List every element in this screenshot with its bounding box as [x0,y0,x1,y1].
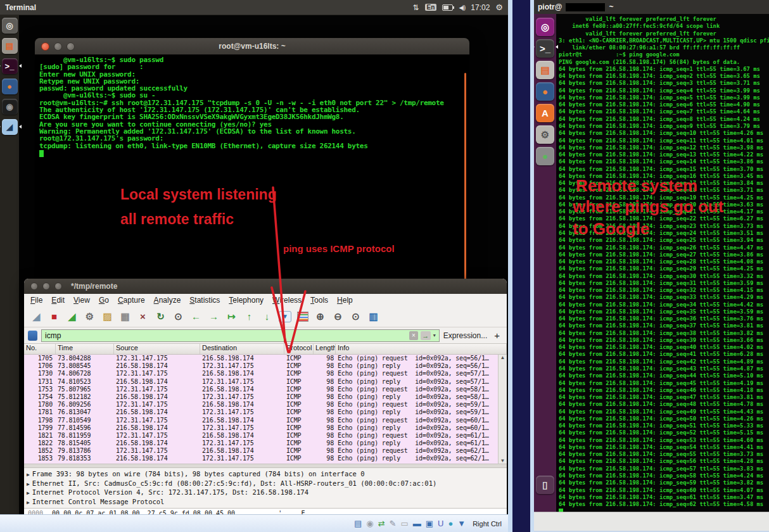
remote-terminal-output[interactable]: valid_lft forever preferred_lft forever … [556,14,769,512]
packet-row[interactable]: 182278.815405216.58.198.174172.31.147.17… [24,440,499,447]
wireshark-titlebar[interactable]: */tmp/remote [24,279,507,294]
menu-go[interactable]: Go [99,296,109,305]
expand-arrow-icon[interactable]: ▶ [27,481,30,487]
open-file-icon[interactable]: ▨ [101,311,113,322]
restart-capture-icon[interactable]: ◢ [66,311,78,322]
guest-additions-icon[interactable]: U [438,519,443,528]
minimize-button[interactable] [42,282,50,290]
zoom-100-icon[interactable]: ⊙ [350,311,362,322]
column-header-length[interactable]: Length [314,344,336,354]
software-updater-icon[interactable]: ● [536,147,554,165]
ubuntu-dash-icon[interactable]: ◎ [2,18,18,34]
hard-disk-icon[interactable]: ▤ [354,519,362,528]
column-header-no[interactable]: No. [24,344,56,354]
column-header-info[interactable]: Info [336,344,507,354]
clear-filter-button[interactable]: × [409,331,418,340]
detail-row[interactable]: ▶Ethernet II, Src: CadmusCo_c5:9c:fd (08… [27,479,507,489]
maximize-button[interactable] [67,42,75,51]
menu-help[interactable]: Help [337,296,353,305]
display-icon[interactable]: ▬ [413,519,421,528]
right-vm-titlebar[interactable]: piotr@ ~ [534,0,769,14]
scroll-up-icon[interactable]: ▲ [500,355,505,360]
reload-file-icon[interactable]: ↻ [155,311,167,322]
packet-row[interactable]: 185379.818353216.58.198.174172.31.147.17… [24,455,499,462]
system-settings-icon[interactable]: ⚙ [536,125,554,144]
packet-row[interactable]: 173174.810523216.58.198.174172.31.147.17… [24,378,499,386]
go-forward-icon[interactable]: → [208,311,220,322]
resize-columns-icon[interactable]: ▥ [367,311,379,322]
packet-row[interactable]: 175375.807965172.31.147.175216.58.198.17… [24,386,499,393]
close-button[interactable] [30,282,38,290]
packet-row[interactable]: 175475.812182216.58.198.174172.31.147.17… [24,393,499,401]
menu-tools[interactable]: Tools [310,296,328,305]
software-center-icon[interactable]: A [536,104,554,122]
terminal-output[interactable]: @vm-u16lts:~$ sudo passwd[sudo] password… [35,54,469,288]
go-first-icon[interactable]: ↑ [243,311,255,322]
colorize-icon[interactable] [297,312,308,322]
column-header-time[interactable]: Time [56,344,114,354]
go-last-icon[interactable]: ↓ [261,311,273,322]
keyboard-indicator[interactable]: En [425,4,437,11]
terminal-icon[interactable]: >_ [536,39,554,58]
packet-row[interactable]: 179977.814596216.58.198.174172.31.147.17… [24,424,499,432]
wireshark-icon[interactable]: ◢ [2,119,18,135]
expand-arrow-icon[interactable]: ▶ [27,472,30,478]
firefox-icon[interactable]: ● [536,82,554,101]
shared-clipboard-icon[interactable]: ● [448,519,453,528]
status-menu-icon[interactable]: ▼ [457,519,466,528]
go-back-icon[interactable]: ← [190,311,202,322]
hex-pane[interactable]: 0000 00 00 0c 07 ac 01 08 00 27 c5 9c fd… [24,508,507,514]
scroll-down-icon[interactable]: ▼ [500,458,505,464]
close-button[interactable] [41,42,49,51]
detail-row[interactable]: ▶Internet Control Message Protocol [27,498,507,507]
go-to-packet-icon[interactable]: ↦ [226,311,238,322]
packet-row[interactable]: 178176.813047216.58.198.174172.31.147.17… [24,408,499,416]
packet-row[interactable]: 185279.813786172.31.147.175216.58.198.17… [24,447,499,455]
pane-splitter[interactable] [24,464,507,468]
zoom-in-icon[interactable]: ⊕ [314,311,326,322]
menu-edit[interactable]: Edit [51,296,65,305]
filter-input[interactable]: icmp × → ▾ [41,329,440,342]
terminal-icon[interactable]: >_ [2,58,18,74]
clock[interactable]: 17:02 [471,3,490,12]
detail-row[interactable]: ▶Internet Protocol Version 4, Src: 172.3… [27,488,507,498]
maximize-button[interactable] [54,282,62,290]
filter-dropdown-caret[interactable]: ▾ [433,332,436,338]
packet-row[interactable]: 170673.808545216.58.198.174172.31.147.17… [24,362,499,370]
volume-icon[interactable]: ◀)) [459,4,465,11]
menu-capture[interactable]: Capture [118,296,145,305]
column-header-destination[interactable]: Destination [200,344,284,354]
optical-disc-icon[interactable]: ◉ [366,519,373,528]
zoom-out-icon[interactable]: ⊖ [332,311,344,322]
camera-app-icon[interactable]: ◉ [2,99,18,115]
network-adapter-icon[interactable]: ⇄ [378,519,385,528]
expand-arrow-icon[interactable]: ▶ [27,500,30,505]
auto-scroll-icon[interactable]: ▼ [279,311,291,322]
shared-folder-icon[interactable]: ▭ [400,519,408,528]
close-file-icon[interactable]: × [137,311,149,322]
menu-analyze[interactable]: Analyze [154,296,181,305]
save-file-icon[interactable]: ▦ [119,311,131,322]
expand-arrow-icon[interactable]: ▶ [27,490,30,496]
packet-row[interactable]: 173074.806728172.31.147.175216.58.198.17… [24,370,499,377]
capture-options-icon[interactable]: ⚙ [84,311,96,322]
menu-file[interactable]: File [30,296,42,305]
terminal-titlebar[interactable]: root@vm-u16lts: ~ [35,38,469,54]
column-header-source[interactable]: Source [114,344,200,354]
packet-row[interactable]: 170573.804288172.31.147.175216.58.198.17… [24,355,499,362]
terminal-scrollbar[interactable] [464,73,466,285]
stop-capture-icon[interactable]: ■ [48,311,60,322]
trash-icon[interactable]: ▯ [536,476,554,494]
start-capture-icon[interactable]: ◢ [30,311,42,322]
column-header-protocol[interactable]: Protocol [284,344,314,354]
network-arrows-icon[interactable]: ⇅ [413,3,419,12]
add-filter-button[interactable]: + [494,330,500,341]
pencil-icon[interactable]: ✎ [390,519,397,528]
bookmark-icon[interactable] [28,331,37,341]
apply-filter-button[interactable]: → [421,331,431,340]
firefox-icon[interactable]: ● [2,79,18,94]
menu-view[interactable]: View [73,296,90,305]
session-gear-icon[interactable]: ⚙ [495,3,503,12]
expression-button[interactable]: Expression... [443,331,487,340]
files-icon[interactable]: ▤ [2,38,18,54]
